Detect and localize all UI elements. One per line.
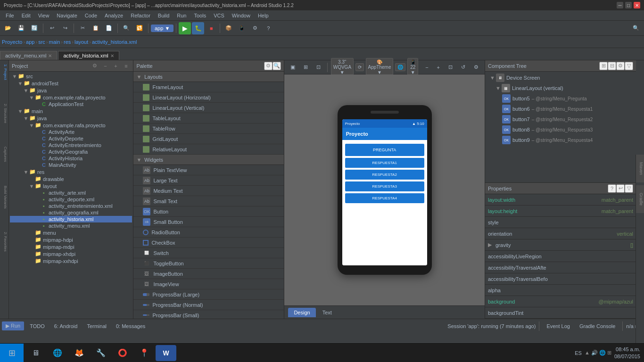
tree-arte-xml[interactable]: ▪ activity_arte.xml [10, 189, 132, 196]
help-btn[interactable]: ? [262, 22, 274, 34]
tree-pkg-test[interactable]: ▼ 📁 com.example.rafa.proyecto [10, 94, 132, 101]
tree-java1[interactable]: ▼ 📁 java [10, 87, 132, 94]
stop-button[interactable]: ■ [205, 22, 217, 34]
android-btn[interactable]: 6: Android [50, 322, 82, 330]
prop-help-btn[interactable]: ? [608, 184, 616, 193]
side-structure[interactable]: 2: Structure [0, 102, 8, 125]
tree-ent-xml[interactable]: ▪ activity_entretenimiento.xml [10, 203, 132, 209]
tree-java2[interactable]: ▼ 📁 java [10, 115, 132, 122]
tree-actgeo[interactable]: C ActivityGeografia [10, 148, 132, 155]
tree-mipmap-hdpi[interactable]: 📁 mipmap-hdpi [10, 236, 132, 243]
zoom-in-btn[interactable]: + [434, 63, 443, 72]
ct-collapse-all[interactable]: ⊟ [608, 62, 616, 70]
menu-refactor[interactable]: Refactor [127, 12, 154, 19]
prop-accessibility-live[interactable]: accessibilityLiveRegion [485, 251, 636, 262]
theme-selector[interactable]: 🎨 AppTheme ▼ [366, 58, 394, 76]
menu-vcs[interactable]: VCS [210, 12, 228, 19]
palette-item-smallbutton[interactable]: ok Small Button [133, 217, 284, 227]
toolbar-undo[interactable]: ↩ [46, 22, 58, 34]
prop-background[interactable]: background @mipmap/azul [485, 296, 636, 307]
locale-selector[interactable]: 🌐 [395, 63, 405, 71]
refresh-btn[interactable]: ↺ [458, 63, 469, 72]
taskbar-firefox[interactable]: 🦊 [69, 345, 90, 362]
palette-item-linearlayout-h[interactable]: LinearLayout (Horizontal) [133, 92, 284, 103]
sdk-manager[interactable]: 📦 [223, 22, 235, 34]
prop-gravity[interactable]: ▶ gravity [] [485, 239, 636, 251]
ct-filter[interactable]: ▽ [625, 62, 633, 70]
palette-item-switch[interactable]: ⬜ Switch [133, 248, 284, 258]
tree-hist-xml[interactable]: ▪ activity_historia.xml [10, 216, 132, 222]
tree-actdeporte[interactable]: C ActivityDeporte [10, 135, 132, 142]
toolbar-copy[interactable]: 📋 [90, 22, 102, 34]
palette-item-tablelayout[interactable]: TableLayout [133, 113, 284, 123]
messages-btn[interactable]: 0: Messages [112, 322, 149, 330]
run-tool-btn[interactable]: ▶ Run [2, 321, 24, 330]
tree-src[interactable]: ▼ 📁 src [10, 73, 132, 80]
design-viewport-btn[interactable]: ▣ [287, 63, 298, 72]
nav-src[interactable]: src [38, 39, 45, 45]
palette-search-btn[interactable]: 🔍 [272, 62, 281, 70]
palette-item-imagebutton[interactable]: 🖼 ImageButton [133, 269, 284, 279]
terminal-btn[interactable]: Terminal [83, 322, 110, 330]
menu-tools[interactable]: Tools [190, 12, 210, 19]
menu-run[interactable]: Run [173, 12, 190, 19]
avd-manager[interactable]: 📱 [236, 22, 248, 34]
api-selector[interactable]: 📱 22 ▼ [407, 58, 418, 76]
palette-item-radiobutton[interactable]: RadioButton [133, 227, 284, 238]
nav-proyecto[interactable]: Proyecto [2, 39, 22, 45]
toolbar-save[interactable]: 💾 [15, 22, 27, 34]
palette-layouts-header[interactable]: ▼ Layouts [133, 72, 284, 82]
palette-item-togglebutton[interactable]: ⬛ ToggleButton [133, 258, 284, 269]
project-expand-icon[interactable]: + [111, 62, 120, 70]
tree-mipmap-mdpi[interactable]: 📁 mipmap-mdpi [10, 243, 132, 250]
debug-button[interactable]: 🐛 [192, 22, 204, 34]
prop-layout-height[interactable]: layout:height match_parent [485, 206, 636, 217]
tab-historia-close[interactable]: ✕ [110, 53, 114, 58]
orientation-selector[interactable]: ⟳ [355, 63, 364, 71]
menu-code[interactable]: Code [81, 12, 101, 19]
menu-file[interactable]: File [2, 12, 18, 19]
tree-main[interactable]: ▼ 📁 main [10, 107, 132, 115]
ct-device-screen[interactable]: ▼ 🖥 Device Screen [486, 73, 635, 83]
menu-window[interactable]: Window [228, 12, 254, 19]
menu-help[interactable]: Help [254, 12, 272, 19]
palette-item-progressbar-normal[interactable]: ProgressBar (Normal) [133, 300, 284, 310]
gradle-tab[interactable]: Gradle [636, 185, 644, 213]
tree-drawable[interactable]: 📁 drawable [10, 175, 132, 182]
taskbar-tool3[interactable]: 🔧 [91, 345, 111, 362]
side-variants[interactable]: Build Variants [0, 184, 8, 211]
ct-button5[interactable]: OK button5 – @string/Menu_Pregunta [486, 93, 635, 104]
side-favorites[interactable]: 2: Favorites [0, 230, 8, 254]
ct-expand-all[interactable]: ⊞ [599, 62, 608, 70]
tree-acthist[interactable]: C ActivityHistoria [10, 155, 132, 162]
menu-build[interactable]: Build [154, 12, 173, 19]
tree-androidtest[interactable]: ▼ 📁 androidTest [10, 80, 132, 87]
taskbar-maps[interactable]: 📍 [134, 345, 155, 362]
settings-btn2[interactable]: ⚙ [471, 63, 482, 72]
toolbar-find[interactable]: 🔍 [120, 22, 132, 34]
toolbar-replace[interactable]: 🔁 [133, 22, 146, 34]
palette-item-button[interactable]: OK Button [133, 206, 284, 217]
toolbar-open[interactable]: 📂 [2, 22, 14, 34]
project-collapse-icon[interactable]: − [101, 62, 109, 70]
tree-main-act[interactable]: C MainActivity [10, 162, 132, 168]
ct-button9[interactable]: OK button9 – @string/Menu_Respuesta4 [486, 135, 635, 145]
todo-btn[interactable]: TODO [26, 322, 49, 330]
gradle-console-btn[interactable]: Gradle Console [576, 322, 619, 330]
prop-style[interactable]: style [485, 217, 636, 228]
search-btn[interactable]: 🔍 [630, 22, 642, 34]
nav-res[interactable]: res [64, 39, 71, 45]
menu-edit[interactable]: Edit [18, 12, 34, 19]
taskbar-opera[interactable]: ⭕ [112, 345, 133, 362]
menu-view[interactable]: View [34, 12, 53, 19]
prop-undo-btn[interactable]: ↩ [616, 184, 625, 193]
palette-widgets-header[interactable]: ▼ Widgets [133, 155, 284, 165]
prop-accessibility-before[interactable]: accessibilityTraversalBefo [485, 273, 636, 285]
tree-apptest[interactable]: C ApplicationTest [10, 101, 132, 107]
palette-item-gridlayout[interactable]: GridLayout [133, 134, 284, 144]
taskbar-explorer[interactable]: 🖥 [25, 345, 46, 362]
nav-layout[interactable]: layout [74, 39, 88, 45]
palette-item-framelayout[interactable]: FrameLayout [133, 82, 284, 92]
palette-item-tablerow[interactable]: TableRow [133, 123, 284, 134]
tree-menu-xml[interactable]: ▪ activity_menu.xml [10, 222, 132, 229]
